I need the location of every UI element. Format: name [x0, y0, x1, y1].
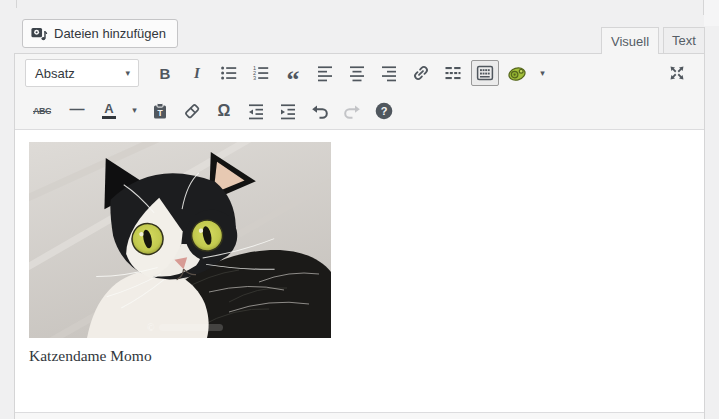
indent-button[interactable]	[274, 98, 302, 124]
toolbar-row-2: ABC — A ▾ T	[15, 92, 704, 129]
horizontal-rule-icon: —	[70, 100, 85, 117]
fullscreen-button[interactable]	[663, 60, 691, 86]
add-media-label: Dateien hinzufügen	[54, 26, 166, 41]
redo-icon	[342, 101, 362, 121]
editor-content[interactable]: © Katzendame Momo	[15, 130, 704, 412]
strikethrough-icon: ABC	[33, 106, 51, 116]
text-color-dropdown-button[interactable]: ▾	[127, 98, 142, 124]
numbered-list-icon: 1 2 3	[251, 63, 271, 83]
editor-container: Absatz ▾ B I 1 2 3	[14, 53, 705, 419]
undo-icon	[310, 101, 330, 121]
omega-icon: Ω	[218, 102, 231, 120]
link-icon	[411, 63, 431, 83]
help-button[interactable]: ?	[370, 98, 398, 124]
chevron-down-icon: ▾	[540, 69, 545, 78]
strikethrough-button[interactable]: ABC	[25, 98, 59, 124]
fullscreen-icon	[668, 64, 686, 82]
outdent-button[interactable]	[242, 98, 270, 124]
align-right-button[interactable]	[375, 60, 403, 86]
help-icon: ?	[374, 101, 394, 121]
bullet-list-icon	[219, 63, 239, 83]
read-more-icon	[443, 63, 463, 83]
editor-statusbar	[15, 412, 704, 419]
read-more-button[interactable]	[439, 60, 467, 86]
watermark-text-blur	[159, 324, 223, 331]
numbered-list-button[interactable]: 1 2 3	[247, 60, 275, 86]
editor-toolbar: Absatz ▾ B I 1 2 3	[15, 54, 704, 130]
indent-icon	[278, 101, 298, 121]
plugin-button[interactable]	[503, 60, 531, 86]
admin-chrome-divider	[16, 0, 17, 8]
insert-link-button[interactable]	[407, 60, 435, 86]
cat-image[interactable]: ©	[29, 142, 331, 338]
plugin-dropdown-button[interactable]: ▾	[535, 60, 550, 86]
paste-as-text-button[interactable]: T	[146, 98, 174, 124]
svg-text:?: ?	[381, 105, 388, 117]
cat-photo-illustration	[29, 142, 331, 338]
eraser-icon	[182, 101, 202, 121]
bullet-list-button[interactable]	[215, 60, 243, 86]
horizontal-rule-button[interactable]: —	[63, 98, 91, 124]
blockquote-icon: “	[287, 76, 300, 84]
redo-button[interactable]	[338, 98, 366, 124]
text-color-icon: A	[102, 102, 116, 119]
align-left-icon	[315, 63, 335, 83]
image-watermark: ©	[147, 322, 223, 333]
align-center-button[interactable]	[343, 60, 371, 86]
svg-text:3: 3	[253, 75, 256, 81]
text-color-button[interactable]: A	[95, 98, 123, 124]
wordpress-classic-editor: { "media_button": { "label": "Dateien hi…	[0, 0, 719, 419]
clear-formatting-button[interactable]	[178, 98, 206, 124]
plugin-green-icon	[507, 63, 527, 83]
italic-button[interactable]: I	[183, 60, 211, 86]
align-center-icon	[347, 63, 367, 83]
format-dropdown[interactable]: Absatz ▾	[25, 59, 139, 87]
admin-chrome-column	[704, 0, 719, 26]
media-icon	[31, 25, 48, 42]
outdent-icon	[246, 101, 266, 121]
bold-icon: B	[160, 65, 171, 82]
toolbar-row-1: Absatz ▾ B I 1 2 3	[15, 54, 704, 92]
undo-button[interactable]	[306, 98, 334, 124]
chevron-down-icon: ▾	[125, 69, 130, 78]
image-caption: Katzendame Momo	[29, 347, 690, 365]
tab-visual[interactable]: Visuell	[601, 27, 659, 54]
toolbar-toggle-button[interactable]	[471, 60, 499, 86]
tab-text[interactable]: Text	[663, 27, 705, 53]
bold-button[interactable]: B	[151, 60, 179, 86]
italic-icon: I	[194, 65, 200, 82]
align-left-button[interactable]	[311, 60, 339, 86]
paste-as-text-icon: T	[150, 101, 170, 121]
admin-chrome-divider	[703, 0, 704, 15]
special-character-button[interactable]: Ω	[210, 98, 238, 124]
toolbar-toggle-icon	[475, 63, 495, 83]
align-right-icon	[379, 63, 399, 83]
chevron-down-icon: ▾	[132, 106, 137, 115]
svg-text:T: T	[157, 107, 163, 117]
add-media-button[interactable]: Dateien hinzufügen	[22, 19, 178, 48]
blockquote-button[interactable]: “	[279, 60, 307, 86]
format-dropdown-value: Absatz	[35, 66, 125, 81]
